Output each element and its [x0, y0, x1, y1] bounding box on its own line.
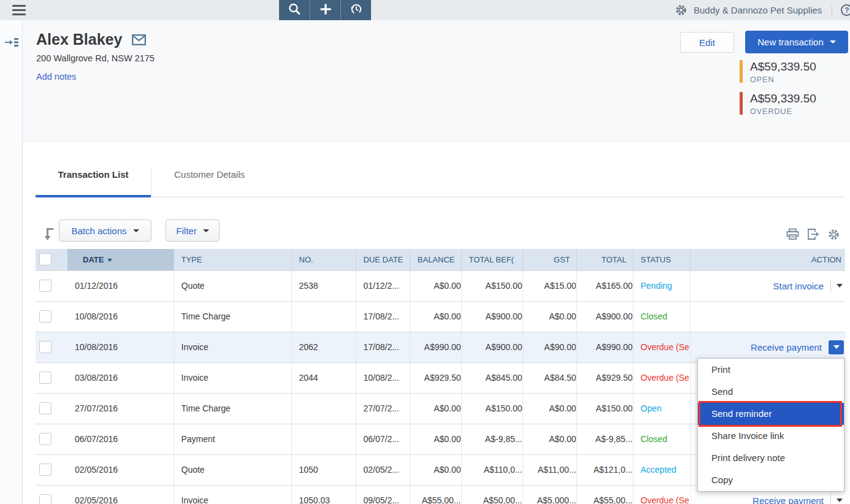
cell-due-date: 06/07/2...	[356, 424, 410, 454]
company-name[interactable]: Buddy & Dannozo Pet Supplies	[694, 5, 822, 15]
select-all-checkbox[interactable]	[39, 253, 52, 265]
tab-transaction-list[interactable]: Transaction List	[36, 169, 151, 197]
cell-balance: A$990.00	[410, 332, 461, 362]
cell-type: Time Charge	[174, 301, 291, 332]
cell-due-date: 02/05/2...	[356, 454, 410, 485]
tab-customer-details[interactable]: Customer Details	[151, 169, 267, 197]
column-header-date[interactable]: DATE	[67, 249, 174, 270]
print-icon[interactable]	[786, 228, 799, 241]
cell-total: A$55,00...	[576, 485, 633, 504]
menu-item-send[interactable]: Send	[698, 381, 844, 403]
column-header-action[interactable]: ACTION	[690, 249, 845, 270]
row-action-link[interactable]: Receive payment	[752, 495, 824, 504]
recent-transactions-button[interactable]	[340, 0, 371, 20]
cell-gst: A$0.00	[523, 424, 576, 454]
header-checkbox-cell	[36, 249, 67, 270]
row-checkbox[interactable]	[39, 464, 52, 476]
cell-date: 02/05/2016	[67, 485, 174, 504]
cell-total: A$929.50	[576, 362, 633, 393]
open-balance-label: OPEN	[750, 75, 816, 84]
column-header-type[interactable]: TYPE	[174, 249, 291, 270]
row-checkbox[interactable]	[39, 433, 52, 445]
create-new-button[interactable]	[310, 0, 340, 20]
cell-due-date: 17/08/2...	[356, 301, 410, 332]
cell-total-before-gst: A$110,0...	[461, 454, 523, 485]
column-header-due-date[interactable]: DUE DATE	[356, 249, 410, 270]
search-button[interactable]	[279, 0, 310, 20]
row-checkbox[interactable]	[39, 341, 52, 353]
cell-number: 2044	[291, 362, 356, 393]
cell-number	[291, 393, 356, 424]
topbar-divider	[832, 4, 832, 17]
column-header-status[interactable]: STATUS	[633, 249, 690, 270]
new-transaction-button[interactable]: New transaction	[745, 31, 848, 53]
batch-actions-label: Batch actions	[71, 226, 126, 236]
cell-number: 2538	[291, 270, 356, 301]
cell-type: Quote	[174, 270, 291, 301]
search-icon	[288, 2, 301, 18]
status-badge: Overdue (Se	[633, 362, 690, 393]
expand-sidebar-icon[interactable]	[4, 36, 19, 51]
row-action-link[interactable]: Receive payment	[751, 342, 822, 353]
cell-total: A$150.00	[576, 393, 633, 424]
customer-header: Alex Blakey 200 Wallgrove Rd, NSW 2175 A…	[23, 20, 850, 141]
column-header-gst[interactable]: GST	[523, 249, 576, 270]
cell-due-date: 10/08/2...	[356, 362, 410, 393]
cell-due-date: 27/07/2...	[356, 393, 410, 424]
gear-icon[interactable]	[675, 4, 687, 17]
hamburger-menu-icon[interactable]	[12, 5, 26, 15]
settings-gear-icon[interactable]	[827, 228, 840, 241]
column-header-balance[interactable]: BALANCE	[410, 249, 461, 270]
sort-order-icon[interactable]	[43, 226, 55, 243]
cell-number: 1050	[291, 454, 356, 485]
row-action-dropdown-toggle[interactable]	[837, 284, 843, 288]
menu-item-share-invoice-link[interactable]: Share Invoice link	[698, 425, 844, 447]
cell-number	[291, 301, 356, 332]
action-divider	[830, 279, 831, 292]
top-navigation-bar: Buddy & Dannozo Pet Supplies ? Help	[0, 0, 850, 20]
cell-total-before-gst: A$900.00	[461, 301, 523, 332]
edit-button[interactable]: Edit	[680, 32, 734, 53]
row-checkbox[interactable]	[39, 402, 52, 414]
column-header-no[interactable]: NO.	[291, 249, 356, 270]
cell-type: Quote	[174, 454, 291, 485]
menu-item-print[interactable]: Print	[698, 359, 844, 381]
tab-customer-details-label: Customer Details	[174, 169, 245, 180]
row-checkbox[interactable]	[39, 494, 52, 504]
topbar-company-area: Buddy & Dannozo Pet Supplies ? Help	[675, 0, 850, 20]
row-action-dropdown-toggle[interactable]	[837, 498, 843, 502]
topbar-quick-actions	[279, 0, 371, 20]
cell-total-before-gst: A$50,00...	[461, 485, 523, 504]
cell-balance: A$0.00	[410, 393, 461, 424]
cell-balance: A$55,00...	[410, 485, 461, 504]
column-header-total-before[interactable]: TOTAL BEF(	[461, 249, 523, 270]
batch-actions-button[interactable]: Batch actions	[59, 220, 151, 242]
status-badge: Accepted	[633, 454, 690, 485]
cell-gst: A$0.00	[523, 393, 576, 424]
row-action-dropdown-toggle-open[interactable]	[829, 340, 844, 354]
envelope-icon[interactable]	[132, 34, 146, 45]
cell-action: Start invoice	[690, 270, 845, 301]
menu-item-copy[interactable]: Copy	[698, 469, 844, 491]
open-balance-bar	[740, 60, 743, 83]
table-row: 01/12/2016Quote253801/12/2...A$0.00A$150…	[36, 270, 845, 301]
cell-gst: A$11,00...	[523, 454, 576, 485]
column-header-total[interactable]: TOTAL	[576, 249, 633, 270]
menu-item-print-delivery-note[interactable]: Print delivery note	[698, 447, 844, 469]
row-checkbox[interactable]	[39, 372, 52, 384]
filter-button[interactable]: Filter	[166, 220, 220, 242]
collapsed-sidebar-rail	[0, 20, 23, 504]
menu-item-send-reminder[interactable]: Send reminder	[698, 403, 844, 425]
export-icon[interactable]	[807, 228, 819, 241]
cell-total-before-gst: A$845.00	[461, 362, 523, 393]
cell-total: A$990.00	[576, 332, 633, 362]
cell-balance: A$0.00	[410, 424, 461, 454]
row-checkbox[interactable]	[39, 310, 52, 323]
row-checkbox[interactable]	[39, 280, 52, 292]
help-icon[interactable]: ?	[841, 4, 850, 16]
chevron-down-icon	[203, 229, 209, 232]
cell-balance: A$0.00	[410, 270, 461, 301]
cell-total-before-gst: A$900.00	[461, 332, 523, 362]
add-notes-link[interactable]: Add notes	[36, 72, 76, 82]
row-action-link[interactable]: Start invoice	[773, 281, 824, 291]
